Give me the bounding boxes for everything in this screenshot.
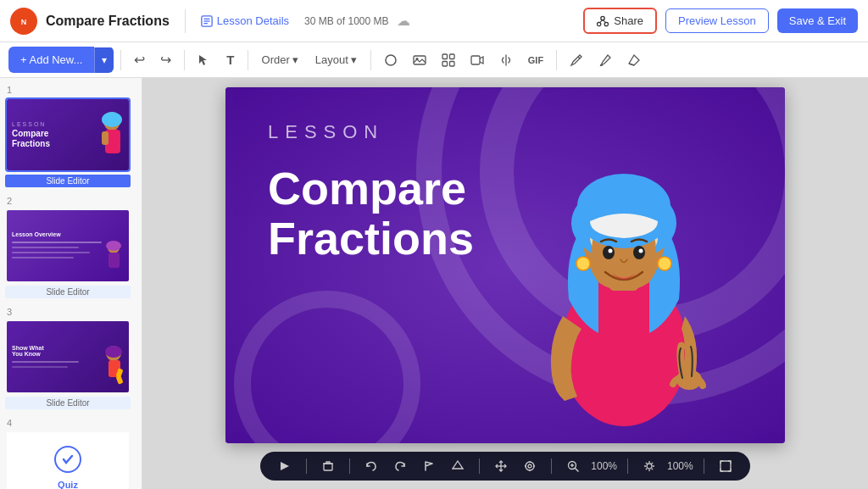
- canvas-sep-1: [306, 458, 307, 474]
- svg-line-22: [629, 64, 634, 65]
- gif-button[interactable]: GIF: [522, 52, 549, 69]
- canvas-sep-6: [704, 458, 704, 474]
- canvas-target-button[interactable]: [519, 457, 541, 475]
- slide-number: 3: [5, 307, 136, 317]
- grid-button[interactable]: [436, 50, 461, 70]
- marker-button[interactable]: [593, 50, 618, 70]
- canvas-brightness-button[interactable]: [638, 457, 660, 475]
- svg-point-12: [386, 55, 396, 65]
- slide-thumbnail[interactable]: LESSON CompareFractions: [5, 97, 131, 172]
- redo-button[interactable]: ↪: [154, 48, 177, 71]
- share-icon: [597, 15, 609, 27]
- undo-button[interactable]: ↩: [128, 48, 151, 71]
- canvas-sep-5: [627, 458, 628, 474]
- editor-toolbar: + Add New... ▾ ↩ ↪ T Order ▾ Layout ▾ GI…: [0, 42, 868, 78]
- canvas-zoom-in-button[interactable]: [562, 457, 584, 475]
- canvas-rotate-ccw-button[interactable]: [360, 457, 382, 475]
- order-dropdown-button[interactable]: Order ▾: [255, 50, 305, 69]
- slide2-line: [12, 257, 74, 258]
- slide-thumbnail[interactable]: Show WhatYou Know: [5, 320, 131, 394]
- move-icon: [495, 460, 507, 472]
- audio-button[interactable]: [493, 50, 519, 70]
- preview-label: Preview Lesson: [678, 14, 756, 27]
- canvas-flag-button[interactable]: [418, 457, 440, 475]
- svg-rect-54: [324, 464, 332, 470]
- slide-item[interactable]: 4 Quiz Quiz: [5, 418, 136, 489]
- storage-info: 30 MB of 1000 MB: [304, 15, 388, 27]
- order-label: Order: [262, 53, 290, 66]
- layout-chevron: ▾: [351, 53, 357, 66]
- checkmark-icon: [61, 453, 75, 466]
- shapes-button[interactable]: [378, 50, 403, 70]
- share-button[interactable]: Share: [583, 8, 657, 34]
- svg-rect-16: [449, 54, 454, 59]
- eraser-button[interactable]: [621, 50, 647, 70]
- pen-button[interactable]: [564, 50, 589, 70]
- select-icon: [198, 53, 211, 67]
- canvas-sep-2: [349, 458, 350, 474]
- toolbar-sep-1: [120, 50, 121, 70]
- svg-point-31: [105, 346, 122, 358]
- slide-editor-label: Slide Editor: [5, 397, 131, 409]
- trash-icon: [322, 460, 334, 472]
- slide-item[interactable]: 2 Lesson Overview: [5, 196, 136, 298]
- slide-panel: 1 LESSON CompareFractions: [0, 78, 142, 489]
- title-line1: Compare: [268, 163, 466, 214]
- svg-point-60: [528, 464, 531, 468]
- svg-line-75: [652, 468, 653, 469]
- canvas-align-button[interactable]: [447, 457, 469, 475]
- slide-item[interactable]: 3 Show WhatYou Know: [5, 307, 136, 409]
- toolbar-sep-5: [556, 50, 557, 70]
- video-button[interactable]: [465, 50, 490, 70]
- canvas-zoom-level: 100%: [591, 460, 617, 472]
- add-new-dropdown-button[interactable]: ▾: [94, 47, 114, 73]
- slide-item[interactable]: 1 LESSON CompareFractions: [5, 85, 136, 187]
- pen-icon: [570, 53, 583, 67]
- svg-line-77: [646, 468, 647, 469]
- eraser-icon: [627, 53, 641, 67]
- svg-point-8: [605, 22, 609, 25]
- quiz-check-circle: [54, 446, 81, 473]
- expand-icon: [720, 460, 732, 472]
- slide-thumbnail[interactable]: Lesson Overview: [5, 208, 131, 283]
- svg-point-48: [609, 248, 613, 253]
- svg-rect-13: [414, 56, 426, 64]
- slide-character-figure: [93, 111, 125, 170]
- title-divider: [185, 9, 186, 33]
- slide-canvas[interactable]: LESSON Compare Fractions: [225, 87, 785, 443]
- save-exit-button[interactable]: Save & Exit: [777, 8, 858, 33]
- slide-tag: LESSON: [12, 121, 46, 127]
- rotate-ccw-icon: [365, 460, 377, 472]
- canvas-rotate-cw-button[interactable]: [389, 457, 411, 475]
- lesson-details-label: Lesson Details: [217, 14, 289, 27]
- character-illustration: [488, 87, 760, 443]
- canvas-sep-3: [479, 458, 480, 474]
- toolbar-sep-3: [248, 50, 248, 70]
- svg-point-51: [658, 257, 671, 270]
- slide4-bg: Quiz: [7, 432, 129, 489]
- svg-line-76: [652, 462, 653, 463]
- canvas-play-button[interactable]: [274, 457, 296, 475]
- quiz-text: Quiz: [58, 480, 78, 489]
- preview-lesson-button[interactable]: Preview Lesson: [665, 8, 769, 33]
- svg-rect-17: [442, 61, 448, 66]
- toolbar-sep-4: [370, 50, 371, 70]
- add-new-button[interactable]: + Add New...: [8, 47, 94, 73]
- slide3-title: Show WhatYou Know: [12, 345, 44, 357]
- canvas-move-button[interactable]: [490, 457, 512, 475]
- audio-icon: [499, 53, 513, 67]
- svg-point-37: [242, 299, 412, 443]
- toolbar-sep-2: [184, 50, 185, 70]
- canvas-delete-button[interactable]: [317, 457, 339, 475]
- target-icon: [524, 460, 536, 472]
- select-tool-button[interactable]: [192, 50, 217, 70]
- lesson-details-button[interactable]: Lesson Details: [194, 11, 296, 31]
- brightness-icon: [643, 460, 655, 472]
- main-content: 1 LESSON CompareFractions: [0, 78, 868, 489]
- text-tool-button[interactable]: T: [220, 49, 240, 70]
- layout-dropdown-button[interactable]: Layout ▾: [309, 50, 364, 69]
- image-button[interactable]: [407, 50, 432, 70]
- slide-thumbnail[interactable]: Quiz: [5, 431, 131, 489]
- canvas-expand-button[interactable]: [715, 457, 737, 475]
- cloud-icon: ☁: [397, 13, 410, 29]
